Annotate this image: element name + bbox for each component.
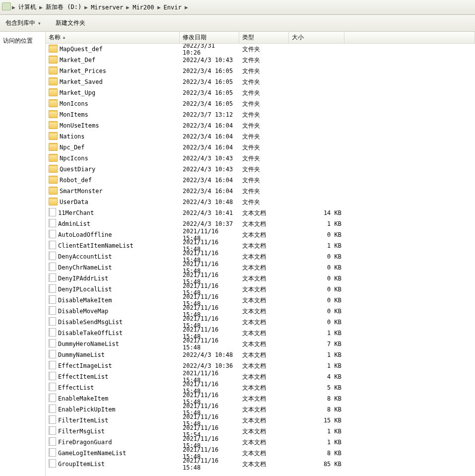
table-row[interactable]: Market_Saved2022/3/4 16:05文件夹	[46, 76, 475, 87]
chevron-right-icon[interactable]: ▶	[125, 5, 131, 10]
address-bar[interactable]: ▶ 计算机 ▶ 新加卷 (D:) ▶ Mirserver ▶ Mir200 ▶ …	[0, 0, 475, 15]
table-row[interactable]: Market_Def2022/4/3 10:43文件夹	[46, 55, 475, 66]
folder-icon	[49, 176, 58, 185]
computer-icon	[2, 2, 11, 12]
cell-size: 0 KB	[289, 308, 344, 315]
table-row[interactable]: 11MerChant2022/4/3 10:41文本文档14 KB	[46, 207, 475, 218]
column-date[interactable]: 修改日期	[180, 32, 239, 43]
table-row[interactable]: NpcIcons2022/4/3 10:43文件夹	[46, 153, 475, 164]
file-icon	[49, 263, 56, 272]
file-name: DenyIPLocalList	[58, 286, 112, 293]
table-row[interactable]: EnablePickUpItem2021/11/16 15:48文本文档8 KB	[46, 404, 475, 415]
cell-type: 文本文档	[239, 438, 289, 447]
new-folder-button[interactable]: 新建文件夹	[52, 17, 89, 29]
table-row[interactable]: SmartMonster2022/3/4 16:04文件夹	[46, 186, 475, 197]
file-icon	[49, 241, 56, 251]
cell-type: 文件夹	[239, 56, 289, 65]
chevron-right-icon[interactable]: ▶	[156, 5, 162, 10]
table-row[interactable]: EffectList2021/11/16 15:48文本文档5 KB	[46, 382, 475, 393]
table-row[interactable]: MonIcons2022/3/4 16:05文件夹	[46, 98, 475, 109]
table-row[interactable]: Market_Upg2022/3/4 16:05文件夹	[46, 87, 475, 98]
cell-size: 4 KB	[289, 373, 344, 380]
toolbar: 包含到库中 ▾ 新建文件夹	[0, 15, 475, 32]
file-name: ClientEatItemNameList	[58, 242, 134, 249]
table-row[interactable]: DummyNameList2022/4/3 10:48文本文档1 KB	[46, 349, 475, 360]
folder-icon	[49, 88, 58, 98]
table-row[interactable]: EffectItemList2021/11/16 15:48文本文档4 KB	[46, 371, 475, 382]
file-name: DisableSendMsgList	[58, 319, 123, 326]
cell-name: FilterMsgList	[46, 426, 180, 436]
breadcrumb-seg[interactable]: 新加卷 (D:)	[44, 2, 83, 12]
table-row[interactable]: Market_Prices2022/3/4 16:05文件夹	[46, 66, 475, 76]
cell-name: DummyNameList	[46, 350, 180, 360]
file-icon	[49, 317, 56, 327]
folder-icon	[49, 67, 58, 76]
table-row[interactable]: DummyHeroNameList2021/11/16 15:48文本文档7 K…	[46, 339, 475, 349]
cell-name: GroupItemList	[46, 459, 180, 469]
table-row[interactable]: MonUseItems2022/3/4 16:04文件夹	[46, 120, 475, 131]
table-row[interactable]: DisableMakeItem2021/11/16 15:48文本文档0 KB	[46, 295, 475, 306]
chevron-right-icon[interactable]: ▶	[83, 5, 89, 10]
content-area: 访问的位置 名称 ▲ 修改日期 类型 大小 MapQuest_def2022/3…	[0, 32, 475, 476]
file-name: Market_Prices	[60, 68, 106, 74]
table-row[interactable]: GameLogItemNameList2021/11/16 15:48文本文档8…	[46, 448, 475, 459]
table-row[interactable]: DenyAccountList2021/11/16 15:48文本文档0 KB	[46, 251, 475, 262]
table-row[interactable]: EnableMakeItem2021/11/16 15:48文本文档8 KB	[46, 393, 475, 404]
cell-name: DenyChrNameList	[46, 263, 180, 272]
table-row[interactable]: ClientEatItemNameList2021/11/16 15:48文本文…	[46, 240, 475, 251]
table-row[interactable]: DenyIPAddrList2021/11/16 15:48文本文档0 KB	[46, 273, 475, 284]
cell-name: Robot_def	[46, 176, 180, 185]
cell-name: FireDragonGuard	[46, 437, 180, 447]
cell-type: 文本文档	[239, 264, 289, 272]
breadcrumb-seg[interactable]: Mir200	[131, 3, 156, 12]
sidebar-item-locations[interactable]: 访问的位置	[2, 35, 43, 47]
table-row[interactable]: Robot_def2022/3/4 16:04文件夹	[46, 175, 475, 186]
breadcrumb-seg[interactable]: Envir	[162, 3, 184, 12]
breadcrumb-seg[interactable]: 计算机	[16, 2, 38, 12]
include-in-library-button[interactable]: 包含到库中 ▾	[1, 17, 46, 29]
file-name: AutoLoadOffline	[58, 231, 112, 238]
chevron-right-icon[interactable]: ▶	[11, 5, 16, 10]
table-row[interactable]: EffectImageList2022/4/3 10:36文本文档1 KB	[46, 360, 475, 371]
table-row[interactable]: DenyChrNameList2021/11/16 15:48文本文档0 KB	[46, 262, 475, 273]
table-row[interactable]: MonItems2022/3/7 13:12文件夹	[46, 109, 475, 120]
column-name[interactable]: 名称 ▲	[46, 32, 180, 43]
table-row[interactable]: Npc_Def2022/3/4 16:04文件夹	[46, 142, 475, 153]
file-name: DenyChrNameList	[58, 264, 112, 271]
table-row[interactable]: Nations2022/3/4 16:04文件夹	[46, 131, 475, 142]
folder-icon	[49, 45, 58, 54]
cell-type: 文本文档	[239, 362, 289, 370]
cell-size: 7 KB	[289, 340, 344, 347]
table-row[interactable]: FireDragonGuard2021/11/16 15:48文本文档1 KB	[46, 437, 475, 448]
table-row[interactable]: AutoLoadOffline2021/11/16 15:48文本文档0 KB	[46, 229, 475, 240]
table-row[interactable]: DisableMoveMap2021/11/16 15:48文本文档0 KB	[46, 306, 475, 317]
table-row[interactable]: FilterItemList2021/11/16 15:48文本文档15 KB	[46, 415, 475, 426]
cell-name: AutoLoadOffline	[46, 230, 180, 240]
column-size[interactable]: 大小	[289, 32, 344, 43]
cell-size: 1 KB	[289, 330, 344, 337]
table-row[interactable]: DisableTakeOffList2021/11/16 15:48文本文档1 …	[46, 328, 475, 339]
table-row[interactable]: UserData2022/4/3 10:48文件夹	[46, 197, 475, 207]
cell-type: 文件夹	[239, 143, 289, 152]
file-name: Nations	[60, 133, 85, 140]
cell-date: 2022/3/31 10:26	[180, 44, 239, 56]
cell-date: 2022/3/7 13:12	[180, 111, 239, 118]
table-row[interactable]: GroupItemList2021/11/16 15:48文本文档85 KB	[46, 459, 475, 470]
column-type[interactable]: 类型	[239, 32, 289, 43]
table-row[interactable]: DisableSendMsgList2021/11/16 15:48文本文档0 …	[46, 317, 475, 328]
cell-type: 文本文档	[239, 307, 289, 316]
breadcrumb-seg[interactable]: Mirserver	[89, 3, 125, 12]
file-name: Market_Saved	[60, 78, 103, 85]
table-row[interactable]: FilterMsgList2021/11/16 15:54文本文档1 KB	[46, 426, 475, 437]
table-row[interactable]: QuestDiary2022/4/3 10:43文件夹	[46, 164, 475, 175]
cell-date: 2022/4/3 10:37	[180, 220, 239, 227]
chevron-right-icon[interactable]: ▶	[38, 5, 44, 10]
cell-size: 1 KB	[289, 362, 344, 369]
table-row[interactable]: MapQuest_def2022/3/31 10:26文件夹	[46, 44, 475, 55]
file-icon	[49, 459, 56, 469]
table-row[interactable]: AdminList2022/4/3 10:37文本文档1 KB	[46, 218, 475, 229]
chevron-right-icon[interactable]: ▶	[184, 5, 189, 10]
table-row[interactable]: DenyIPLocalList2021/11/16 15:48文本文档0 KB	[46, 284, 475, 295]
file-name: GameLogItemNameList	[58, 450, 126, 457]
cell-name: 11MerChant	[46, 208, 180, 218]
